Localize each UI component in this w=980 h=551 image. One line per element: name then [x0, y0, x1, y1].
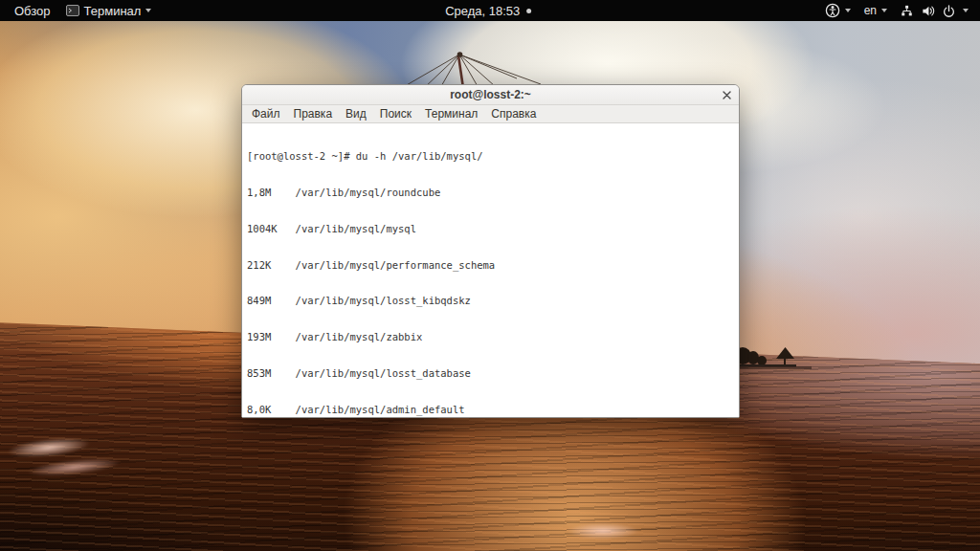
- menu-help[interactable]: Справка: [484, 105, 543, 122]
- clock-label: Среда, 18:53: [445, 4, 520, 18]
- boat-mast: [388, 23, 560, 88]
- keyboard-layout-menu[interactable]: en: [859, 0, 892, 21]
- wave-foam: [550, 514, 656, 548]
- chevron-down-icon: [845, 9, 851, 12]
- notification-dot: [526, 9, 531, 13]
- du-output-row: 853M/var/lib/mysql/losst_database: [247, 367, 735, 380]
- chevron-down-icon: [881, 9, 887, 12]
- menu-file[interactable]: Файл: [245, 105, 287, 122]
- du-output-row: 849M/var/lib/mysql/losst_kibqdskz: [247, 295, 735, 307]
- du-output-row: 193M/var/lib/mysql/zabbix: [247, 331, 735, 343]
- terminal-menubar: Файл Правка Вид Поиск Терминал Справка: [242, 105, 739, 123]
- chevron-down-icon: [963, 9, 969, 12]
- terminal-icon: [66, 5, 79, 16]
- accessibility-menu[interactable]: [820, 0, 856, 21]
- accessibility-icon: [825, 3, 840, 18]
- system-menu[interactable]: [896, 0, 972, 21]
- activities-button[interactable]: Обзор: [10, 0, 56, 21]
- du-output-row: 1004K/var/lib/mysql/mysql: [247, 223, 735, 235]
- du-output-row: 212K/var/lib/mysql/performance_schema: [247, 259, 735, 272]
- du-output-row: 1,8M/var/lib/mysql/roundcube: [247, 187, 735, 199]
- keyboard-layout-label: en: [864, 4, 877, 17]
- terminal-screen[interactable]: [root@losst-2 ~]# du -h /var/lib/mysql/ …: [242, 123, 739, 417]
- close-button[interactable]: [720, 88, 733, 101]
- menu-terminal[interactable]: Терминал: [418, 105, 484, 122]
- clock-button[interactable]: Среда, 18:53: [445, 0, 531, 21]
- island-silhouette: [733, 342, 812, 370]
- app-menu-label: Терминал: [84, 4, 142, 18]
- menu-search[interactable]: Поиск: [373, 105, 418, 122]
- wired-network-icon: [900, 4, 914, 18]
- terminal-window: root@losst-2:~ Файл Правка Вид Поиск Тер…: [241, 84, 740, 418]
- window-title: root@losst-2:~: [242, 88, 739, 101]
- volume-icon: [921, 4, 935, 18]
- app-menu[interactable]: Терминал: [61, 0, 157, 21]
- close-icon: [723, 91, 731, 99]
- gnome-top-bar: Обзор Терминал Среда, 18:53 en: [0, 0, 980, 21]
- power-icon: [942, 4, 956, 18]
- chevron-down-icon: [145, 9, 151, 12]
- window-titlebar[interactable]: root@losst-2:~: [242, 85, 739, 105]
- menu-view[interactable]: Вид: [339, 105, 373, 122]
- du-output-row: 8,0K/var/lib/mysql/admin_default: [247, 404, 735, 416]
- command-line: [root@losst-2 ~]# du -h /var/lib/mysql/: [247, 150, 735, 163]
- menu-edit[interactable]: Правка: [287, 105, 340, 122]
- activities-label: Обзор: [14, 4, 51, 18]
